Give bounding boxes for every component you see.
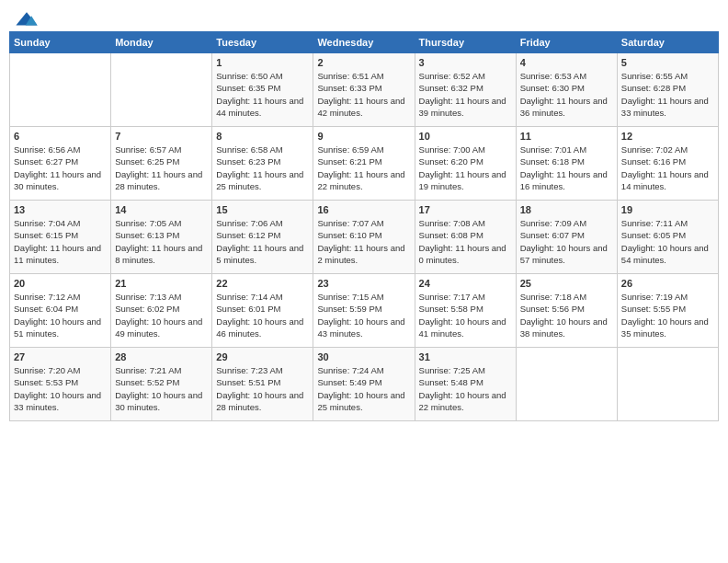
day-info: Sunrise: 7:15 AMSunset: 5:59 PMDaylight:… (317, 291, 410, 339)
day-info: Sunrise: 7:24 AMSunset: 5:49 PMDaylight:… (317, 364, 410, 413)
day-info: Sunrise: 6:51 AMSunset: 6:33 PMDaylight:… (317, 70, 410, 119)
day-info: Sunrise: 7:07 AMSunset: 6:10 PMDaylight:… (317, 217, 410, 266)
day-info: Sunrise: 6:50 AMSunset: 6:35 PMDaylight:… (216, 70, 309, 119)
day-number: 14 (115, 204, 208, 215)
calendar-cell: 15Sunrise: 7:06 AMSunset: 6:12 PMDayligh… (212, 201, 313, 274)
calendar-cell: 11Sunrise: 7:01 AMSunset: 6:18 PMDayligh… (516, 127, 617, 201)
day-number: 2 (317, 57, 410, 68)
day-number: 28 (115, 351, 208, 362)
day-info: Sunrise: 7:01 AMSunset: 6:18 PMDaylight:… (520, 144, 613, 192)
day-info: Sunrise: 6:59 AMSunset: 6:21 PMDaylight:… (317, 144, 410, 192)
calendar-cell: 14Sunrise: 7:05 AMSunset: 6:13 PMDayligh… (111, 201, 212, 274)
day-number: 21 (115, 278, 208, 289)
calendar-cell: 5Sunrise: 6:55 AMSunset: 6:28 PMDaylight… (617, 53, 718, 127)
day-info: Sunrise: 6:53 AMSunset: 6:30 PMDaylight:… (520, 70, 613, 119)
day-number: 24 (419, 278, 512, 289)
day-info: Sunrise: 7:21 AMSunset: 5:52 PMDaylight:… (115, 364, 208, 413)
calendar-cell: 17Sunrise: 7:08 AMSunset: 6:08 PMDayligh… (415, 201, 516, 274)
day-info: Sunrise: 7:04 AMSunset: 6:15 PMDaylight:… (14, 217, 107, 266)
weekday-header-saturday: Saturday (617, 32, 718, 53)
calendar-cell: 10Sunrise: 7:00 AMSunset: 6:20 PMDayligh… (415, 127, 516, 201)
calendar-cell (111, 53, 212, 127)
day-number: 6 (14, 131, 107, 142)
calendar-table: SundayMondayTuesdayWednesdayThursdayFrid… (9, 31, 719, 421)
day-number: 30 (317, 351, 410, 362)
calendar-cell: 27Sunrise: 7:20 AMSunset: 5:53 PMDayligh… (10, 348, 111, 421)
day-info: Sunrise: 7:12 AMSunset: 6:04 PMDaylight:… (14, 291, 107, 339)
calendar-cell: 21Sunrise: 7:13 AMSunset: 6:02 PMDayligh… (111, 274, 212, 348)
weekday-header-thursday: Thursday (415, 32, 516, 53)
day-info: Sunrise: 7:13 AMSunset: 6:02 PMDaylight:… (115, 291, 208, 339)
day-number: 22 (216, 278, 309, 289)
calendar-cell: 13Sunrise: 7:04 AMSunset: 6:15 PMDayligh… (10, 201, 111, 274)
calendar-cell: 24Sunrise: 7:17 AMSunset: 5:58 PMDayligh… (415, 274, 516, 348)
day-info: Sunrise: 7:23 AMSunset: 5:51 PMDaylight:… (216, 364, 309, 413)
calendar-cell: 29Sunrise: 7:23 AMSunset: 5:51 PMDayligh… (212, 348, 313, 421)
day-number: 5 (621, 57, 714, 68)
day-number: 31 (419, 351, 512, 362)
day-info: Sunrise: 7:05 AMSunset: 6:13 PMDaylight:… (115, 217, 208, 266)
day-info: Sunrise: 7:19 AMSunset: 5:55 PMDaylight:… (621, 291, 714, 339)
calendar-cell: 25Sunrise: 7:18 AMSunset: 5:56 PMDayligh… (516, 274, 617, 348)
day-number: 4 (520, 57, 613, 68)
day-info: Sunrise: 7:25 AMSunset: 5:48 PMDaylight:… (419, 364, 512, 413)
day-info: Sunrise: 6:58 AMSunset: 6:23 PMDaylight:… (216, 144, 309, 192)
day-info: Sunrise: 7:20 AMSunset: 5:53 PMDaylight:… (14, 364, 107, 413)
day-number: 27 (14, 351, 107, 362)
day-info: Sunrise: 7:17 AMSunset: 5:58 PMDaylight:… (419, 291, 512, 339)
calendar-cell: 12Sunrise: 7:02 AMSunset: 6:16 PMDayligh… (617, 127, 718, 201)
day-info: Sunrise: 6:56 AMSunset: 6:27 PMDaylight:… (14, 144, 107, 192)
calendar-cell: 22Sunrise: 7:14 AMSunset: 6:01 PMDayligh… (212, 274, 313, 348)
calendar-cell: 30Sunrise: 7:24 AMSunset: 5:49 PMDayligh… (313, 348, 415, 421)
day-info: Sunrise: 6:55 AMSunset: 6:28 PMDaylight:… (621, 70, 714, 119)
calendar-cell: 16Sunrise: 7:07 AMSunset: 6:10 PMDayligh… (313, 201, 415, 274)
day-number: 9 (317, 131, 410, 142)
day-number: 18 (520, 204, 613, 215)
day-info: Sunrise: 7:02 AMSunset: 6:16 PMDaylight:… (621, 144, 714, 192)
day-number: 3 (419, 57, 512, 68)
calendar-cell: 31Sunrise: 7:25 AMSunset: 5:48 PMDayligh… (415, 348, 516, 421)
day-number: 7 (115, 131, 208, 142)
calendar-cell: 28Sunrise: 7:21 AMSunset: 5:52 PMDayligh… (111, 348, 212, 421)
calendar-cell: 9Sunrise: 6:59 AMSunset: 6:21 PMDaylight… (313, 127, 415, 201)
calendar-cell: 4Sunrise: 6:53 AMSunset: 6:30 PMDaylight… (516, 53, 617, 127)
logo (13, 9, 44, 28)
calendar-cell: 1Sunrise: 6:50 AMSunset: 6:35 PMDaylight… (212, 53, 313, 127)
day-info: Sunrise: 7:14 AMSunset: 6:01 PMDaylight:… (216, 291, 309, 339)
weekday-header-monday: Monday (111, 32, 212, 53)
day-info: Sunrise: 7:06 AMSunset: 6:12 PMDaylight:… (216, 217, 309, 266)
calendar-cell: 7Sunrise: 6:57 AMSunset: 6:25 PMDaylight… (111, 127, 212, 201)
calendar-cell: 6Sunrise: 6:56 AMSunset: 6:27 PMDaylight… (10, 127, 111, 201)
day-info: Sunrise: 6:57 AMSunset: 6:25 PMDaylight:… (115, 144, 208, 192)
calendar-cell: 26Sunrise: 7:19 AMSunset: 5:55 PMDayligh… (617, 274, 718, 348)
weekday-header-friday: Friday (516, 32, 617, 53)
day-info: Sunrise: 7:00 AMSunset: 6:20 PMDaylight:… (419, 144, 512, 192)
calendar-cell: 20Sunrise: 7:12 AMSunset: 6:04 PMDayligh… (10, 274, 111, 348)
day-info: Sunrise: 7:11 AMSunset: 6:05 PMDaylight:… (621, 217, 714, 266)
day-number: 8 (216, 131, 309, 142)
day-number: 23 (317, 278, 410, 289)
calendar-cell: 8Sunrise: 6:58 AMSunset: 6:23 PMDaylight… (212, 127, 313, 201)
calendar-cell (516, 348, 617, 421)
day-number: 25 (520, 278, 613, 289)
calendar-cell: 18Sunrise: 7:09 AMSunset: 6:07 PMDayligh… (516, 201, 617, 274)
weekday-header-sunday: Sunday (10, 32, 111, 53)
logo-icon (13, 11, 40, 28)
day-info: Sunrise: 7:09 AMSunset: 6:07 PMDaylight:… (520, 217, 613, 266)
weekday-header-tuesday: Tuesday (212, 32, 313, 53)
day-number: 17 (419, 204, 512, 215)
day-number: 19 (621, 204, 714, 215)
calendar-cell: 2Sunrise: 6:51 AMSunset: 6:33 PMDaylight… (313, 53, 415, 127)
day-number: 12 (621, 131, 714, 142)
day-number: 10 (419, 131, 512, 142)
day-number: 1 (216, 57, 309, 68)
day-number: 15 (216, 204, 309, 215)
day-info: Sunrise: 7:08 AMSunset: 6:08 PMDaylight:… (419, 217, 512, 266)
weekday-header-wednesday: Wednesday (313, 32, 415, 53)
day-number: 16 (317, 204, 410, 215)
day-number: 13 (14, 204, 107, 215)
day-info: Sunrise: 7:18 AMSunset: 5:56 PMDaylight:… (520, 291, 613, 339)
day-number: 11 (520, 131, 613, 142)
calendar-cell (617, 348, 718, 421)
day-number: 26 (621, 278, 714, 289)
